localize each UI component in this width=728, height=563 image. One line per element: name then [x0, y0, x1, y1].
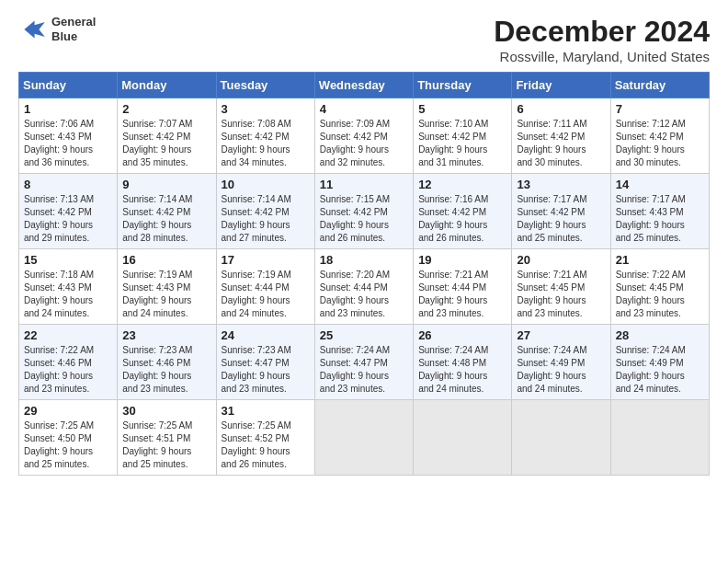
- day-cell: 22Sunrise: 7:22 AM Sunset: 4:46 PM Dayli…: [19, 325, 118, 400]
- day-number: 21: [616, 253, 704, 267]
- weekday-monday: Monday: [118, 73, 216, 98]
- day-number: 27: [517, 328, 605, 342]
- day-cell: [314, 400, 413, 476]
- day-info: Sunrise: 7:19 AM Sunset: 4:43 PM Dayligh…: [122, 269, 210, 320]
- day-info: Sunrise: 7:20 AM Sunset: 4:44 PM Dayligh…: [320, 269, 408, 320]
- day-cell: 27Sunrise: 7:24 AM Sunset: 4:49 PM Dayli…: [512, 325, 610, 400]
- day-info: Sunrise: 7:21 AM Sunset: 4:44 PM Dayligh…: [418, 269, 506, 320]
- day-cell: 24Sunrise: 7:23 AM Sunset: 4:47 PM Dayli…: [216, 325, 314, 400]
- day-info: Sunrise: 7:25 AM Sunset: 4:52 PM Dayligh…: [222, 419, 310, 471]
- month-title: December 2024: [494, 15, 710, 49]
- day-info: Sunrise: 7:19 AM Sunset: 4:44 PM Dayligh…: [222, 269, 310, 320]
- day-number: 30: [122, 404, 210, 418]
- week-row-3: 15Sunrise: 7:18 AM Sunset: 4:43 PM Dayli…: [19, 249, 710, 325]
- logo-text: General Blue: [51, 15, 96, 43]
- day-number: 17: [222, 253, 310, 267]
- day-cell: 9Sunrise: 7:14 AM Sunset: 4:42 PM Daylig…: [118, 174, 216, 249]
- location: Rossville, Maryland, United States: [494, 49, 710, 64]
- day-number: 15: [24, 253, 112, 267]
- day-cell: 12Sunrise: 7:16 AM Sunset: 4:42 PM Dayli…: [414, 174, 512, 249]
- weekday-sunday: Sunday: [19, 73, 118, 98]
- day-number: 28: [616, 328, 704, 342]
- calendar-table: SundayMondayTuesdayWednesdayThursdayFrid…: [18, 72, 710, 476]
- day-cell: 31Sunrise: 7:25 AM Sunset: 4:52 PM Dayli…: [216, 400, 314, 476]
- day-cell: 26Sunrise: 7:24 AM Sunset: 4:48 PM Dayli…: [414, 325, 512, 400]
- day-number: 10: [222, 178, 310, 191]
- day-cell: 15Sunrise: 7:18 AM Sunset: 4:43 PM Dayli…: [19, 249, 118, 325]
- day-info: Sunrise: 7:25 AM Sunset: 4:51 PM Dayligh…: [122, 419, 210, 471]
- day-number: 23: [122, 328, 210, 342]
- day-number: 5: [418, 102, 506, 116]
- day-cell: 4Sunrise: 7:09 AM Sunset: 4:42 PM Daylig…: [314, 98, 413, 174]
- day-cell: 10Sunrise: 7:14 AM Sunset: 4:42 PM Dayli…: [216, 174, 314, 249]
- week-row-4: 22Sunrise: 7:22 AM Sunset: 4:46 PM Dayli…: [19, 325, 710, 400]
- day-info: Sunrise: 7:23 AM Sunset: 4:47 PM Dayligh…: [222, 344, 310, 396]
- day-info: Sunrise: 7:15 AM Sunset: 4:42 PM Dayligh…: [320, 193, 408, 245]
- weekday-header-row: SundayMondayTuesdayWednesdayThursdayFrid…: [19, 73, 710, 98]
- day-number: 16: [122, 253, 210, 267]
- day-number: 22: [24, 328, 112, 342]
- day-number: 24: [222, 328, 310, 342]
- weekday-thursday: Thursday: [414, 73, 512, 98]
- day-cell: 23Sunrise: 7:23 AM Sunset: 4:46 PM Dayli…: [118, 325, 216, 400]
- page-header: General Blue December 2024 Rossville, Ma…: [18, 15, 710, 64]
- day-info: Sunrise: 7:25 AM Sunset: 4:50 PM Dayligh…: [24, 419, 112, 471]
- day-cell: 3Sunrise: 7:08 AM Sunset: 4:42 PM Daylig…: [216, 98, 314, 174]
- day-info: Sunrise: 7:24 AM Sunset: 4:49 PM Dayligh…: [517, 344, 605, 396]
- day-info: Sunrise: 7:18 AM Sunset: 4:43 PM Dayligh…: [24, 269, 112, 320]
- day-cell: 30Sunrise: 7:25 AM Sunset: 4:51 PM Dayli…: [118, 400, 216, 476]
- day-cell: 28Sunrise: 7:24 AM Sunset: 4:49 PM Dayli…: [610, 325, 709, 400]
- day-info: Sunrise: 7:08 AM Sunset: 4:42 PM Dayligh…: [222, 118, 310, 169]
- day-cell: 19Sunrise: 7:21 AM Sunset: 4:44 PM Dayli…: [414, 249, 512, 325]
- day-number: 14: [616, 178, 704, 191]
- day-info: Sunrise: 7:07 AM Sunset: 4:42 PM Dayligh…: [122, 118, 210, 169]
- day-info: Sunrise: 7:23 AM Sunset: 4:46 PM Dayligh…: [122, 344, 210, 396]
- day-cell: [414, 400, 512, 476]
- day-cell: 18Sunrise: 7:20 AM Sunset: 4:44 PM Dayli…: [314, 249, 413, 325]
- day-cell: [610, 400, 709, 476]
- day-cell: 29Sunrise: 7:25 AM Sunset: 4:50 PM Dayli…: [19, 400, 118, 476]
- day-cell: 2Sunrise: 7:07 AM Sunset: 4:42 PM Daylig…: [118, 98, 216, 174]
- day-cell: 20Sunrise: 7:21 AM Sunset: 4:45 PM Dayli…: [512, 249, 610, 325]
- day-info: Sunrise: 7:10 AM Sunset: 4:42 PM Dayligh…: [418, 118, 506, 169]
- day-cell: 6Sunrise: 7:11 AM Sunset: 4:42 PM Daylig…: [512, 98, 610, 174]
- day-number: 19: [418, 253, 506, 267]
- day-info: Sunrise: 7:24 AM Sunset: 4:49 PM Dayligh…: [616, 344, 704, 396]
- day-cell: 21Sunrise: 7:22 AM Sunset: 4:45 PM Dayli…: [610, 249, 709, 325]
- day-cell: 8Sunrise: 7:13 AM Sunset: 4:42 PM Daylig…: [19, 174, 118, 249]
- logo-icon: [18, 15, 48, 44]
- day-number: 26: [418, 328, 506, 342]
- day-number: 20: [517, 253, 605, 267]
- day-cell: 25Sunrise: 7:24 AM Sunset: 4:47 PM Dayli…: [314, 325, 413, 400]
- weekday-wednesday: Wednesday: [314, 73, 413, 98]
- day-info: Sunrise: 7:14 AM Sunset: 4:42 PM Dayligh…: [222, 193, 310, 245]
- day-cell: 1Sunrise: 7:06 AM Sunset: 4:43 PM Daylig…: [19, 98, 118, 174]
- logo: General Blue: [18, 15, 96, 44]
- day-info: Sunrise: 7:17 AM Sunset: 4:42 PM Dayligh…: [517, 193, 605, 245]
- weekday-tuesday: Tuesday: [216, 73, 314, 98]
- day-number: 25: [320, 328, 408, 342]
- weekday-friday: Friday: [512, 73, 610, 98]
- day-info: Sunrise: 7:09 AM Sunset: 4:42 PM Dayligh…: [320, 118, 408, 169]
- day-number: 4: [320, 102, 408, 116]
- title-area: December 2024 Rossville, Maryland, Unite…: [494, 15, 710, 64]
- day-number: 1: [24, 102, 112, 116]
- day-info: Sunrise: 7:17 AM Sunset: 4:43 PM Dayligh…: [616, 193, 704, 245]
- day-info: Sunrise: 7:24 AM Sunset: 4:48 PM Dayligh…: [418, 344, 506, 396]
- calendar-body: 1Sunrise: 7:06 AM Sunset: 4:43 PM Daylig…: [19, 98, 710, 476]
- day-number: 2: [122, 102, 210, 116]
- day-info: Sunrise: 7:14 AM Sunset: 4:42 PM Dayligh…: [122, 193, 210, 245]
- day-info: Sunrise: 7:16 AM Sunset: 4:42 PM Dayligh…: [418, 193, 506, 245]
- weekday-saturday: Saturday: [610, 73, 709, 98]
- day-info: Sunrise: 7:13 AM Sunset: 4:42 PM Dayligh…: [24, 193, 112, 245]
- day-number: 7: [616, 102, 704, 116]
- day-cell: 7Sunrise: 7:12 AM Sunset: 4:42 PM Daylig…: [610, 98, 709, 174]
- day-info: Sunrise: 7:24 AM Sunset: 4:47 PM Dayligh…: [320, 344, 408, 396]
- day-number: 31: [222, 404, 310, 418]
- day-info: Sunrise: 7:06 AM Sunset: 4:43 PM Dayligh…: [24, 118, 112, 169]
- day-info: Sunrise: 7:11 AM Sunset: 4:42 PM Dayligh…: [517, 118, 605, 169]
- day-cell: 5Sunrise: 7:10 AM Sunset: 4:42 PM Daylig…: [414, 98, 512, 174]
- day-cell: 14Sunrise: 7:17 AM Sunset: 4:43 PM Dayli…: [610, 174, 709, 249]
- svg-marker-0: [24, 20, 44, 38]
- day-cell: 11Sunrise: 7:15 AM Sunset: 4:42 PM Dayli…: [314, 174, 413, 249]
